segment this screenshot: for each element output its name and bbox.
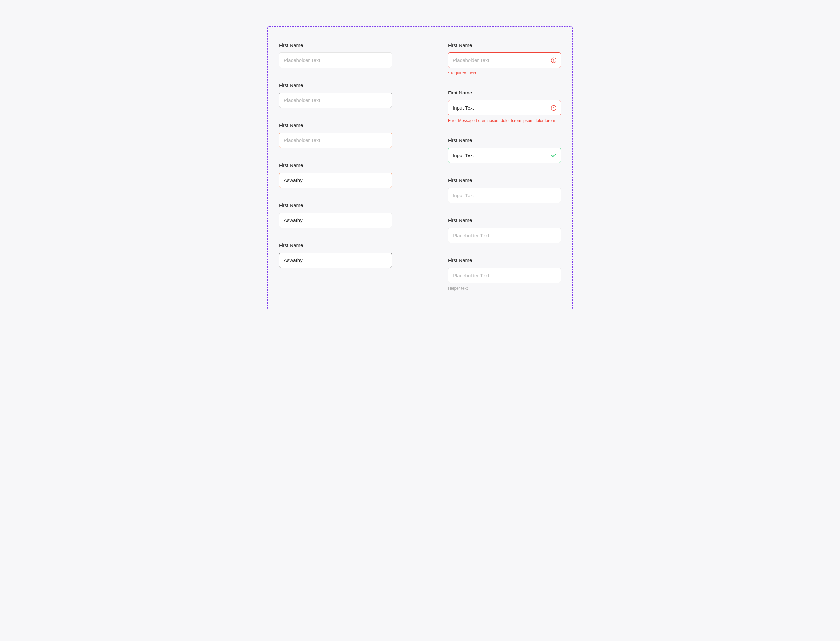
field-label: First Name: [279, 82, 392, 88]
first-name-input[interactable]: Placeholder Text: [448, 53, 561, 68]
right-column: First Name Placeholder Text *Required Fi…: [448, 42, 561, 291]
first-name-input[interactable]: [279, 92, 392, 108]
alert-circle-icon: [551, 57, 556, 63]
field-label: First Name: [279, 122, 392, 128]
required-hint: *Required Field: [448, 71, 561, 76]
field-label: First Name: [448, 137, 561, 143]
first-name-input[interactable]: [279, 132, 392, 148]
check-icon: [551, 153, 556, 158]
field-outlined-medium: First Name: [279, 82, 392, 108]
field-label: First Name: [448, 42, 561, 48]
input-value: Input Text: [453, 193, 474, 198]
input-wrap: [279, 253, 392, 268]
field-label: First Name: [279, 202, 392, 208]
input-wrap: [279, 92, 392, 108]
field-label: First Name: [279, 163, 392, 168]
field-error-message: First Name Input Text Error Message Lore…: [448, 90, 561, 123]
input-wrap: [448, 268, 561, 283]
input-wrap: [279, 53, 392, 68]
input-wrap: [279, 213, 392, 228]
field-default: First Name: [279, 42, 392, 68]
field-focus-empty: First Name: [279, 122, 392, 148]
field-success: First Name Input Text: [448, 137, 561, 163]
alert-circle-icon: [551, 105, 556, 111]
field-focus-filled: First Name: [279, 163, 392, 188]
field-default-placeholder: First Name: [448, 217, 561, 243]
first-name-input[interactable]: [279, 253, 392, 268]
form-field-states-frame: First Name First Name First Name First N…: [268, 26, 572, 309]
error-message: Error Message Lorem ipsum dolor lorem ip…: [448, 118, 561, 123]
field-label: First Name: [279, 42, 392, 48]
input-wrap: [448, 228, 561, 243]
placeholder-text: Placeholder Text: [453, 57, 489, 63]
input-wrap: Placeholder Text: [448, 53, 561, 68]
field-disabled-value: First Name Input Text: [448, 177, 561, 203]
first-name-input[interactable]: [279, 172, 392, 188]
field-filled-outlined: First Name: [279, 242, 392, 268]
field-helper-text: First Name Helper text: [448, 258, 561, 291]
field-label: First Name: [448, 177, 561, 183]
field-filled-default: First Name: [279, 202, 392, 228]
first-name-input[interactable]: [279, 213, 392, 228]
input-value: Input Text: [453, 153, 474, 158]
first-name-input[interactable]: [448, 268, 561, 283]
first-name-input[interactable]: Input Text: [448, 100, 561, 116]
first-name-input[interactable]: [279, 53, 392, 68]
input-wrap: Input Text: [448, 148, 561, 163]
first-name-input[interactable]: [448, 228, 561, 243]
input-wrap: Input Text: [448, 100, 561, 116]
input-wrap: Input Text: [448, 188, 561, 203]
field-label: First Name: [279, 242, 392, 248]
first-name-input[interactable]: Input Text: [448, 148, 561, 163]
field-label: First Name: [448, 258, 561, 263]
field-label: First Name: [448, 217, 561, 223]
input-wrap: [279, 132, 392, 148]
field-label: First Name: [448, 90, 561, 95]
left-column: First Name First Name First Name First N…: [279, 42, 392, 268]
field-required-error: First Name Placeholder Text *Required Fi…: [448, 42, 561, 76]
input-wrap: [279, 172, 392, 188]
first-name-input-disabled: Input Text: [448, 188, 561, 203]
input-value: Input Text: [453, 105, 474, 111]
helper-text: Helper text: [448, 286, 561, 291]
